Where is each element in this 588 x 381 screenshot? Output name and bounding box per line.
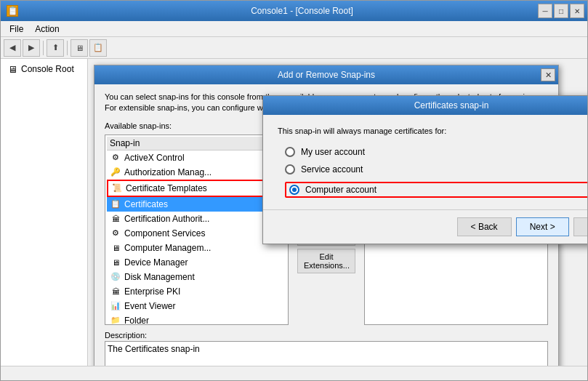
list-item[interactable]: 🖥 Device Manager	[107, 255, 286, 270]
item-label: Event Viewer	[124, 301, 175, 311]
item-label: Computer Managem...	[124, 243, 211, 253]
content-area: 🖥 Console Root Add or Remove Snap-ins ✕ …	[1, 59, 587, 366]
item-label: ActiveX Control	[124, 153, 185, 163]
computer-mgmt-icon: 🖥	[110, 242, 121, 254]
status-bar	[1, 366, 587, 380]
toolbar-separator	[43, 41, 44, 55]
radio-computer-account[interactable]: Computer account	[285, 182, 587, 198]
cert-dialog-title: Certificates snap-in	[269, 100, 587, 111]
item-label: Certification Authorit...	[124, 214, 209, 224]
main-title-bar: 📋 Console1 - [Console Root] ─ □ ✕	[1, 1, 587, 21]
radio-user-btn[interactable]	[285, 147, 295, 157]
item-label: Folder	[124, 316, 149, 325]
item-label: Device Manager	[124, 257, 188, 268]
tree-panel: 🖥 Console Root	[1, 59, 88, 366]
view-button[interactable]: 🖥	[71, 39, 88, 57]
next-button[interactable]: Next >	[516, 217, 569, 236]
tree-item-console-root[interactable]: 🖥 Console Root	[4, 62, 84, 76]
list-item[interactable]: 🏛 Enterprise PKI	[107, 284, 286, 299]
radio-computer-label: Computer account	[305, 185, 376, 195]
toolbar: ◀ ▶ ⬆ 🖥 📋	[1, 37, 587, 59]
snapins-dialog-title: Add or Remove Snap-ins	[100, 70, 552, 80]
main-window: 📋 Console1 - [Console Root] ─ □ ✕ File A…	[0, 0, 588, 381]
back-button[interactable]: ◀	[4, 39, 21, 57]
item-label: Enterprise PKI	[124, 286, 180, 297]
back-button[interactable]: < Back	[457, 217, 512, 236]
list-item[interactable]: 🔑 Authorization Manag...	[107, 165, 286, 180]
cert-icon: 📋	[110, 198, 121, 210]
available-panel: Available snap-ins: Snap-in ⚙ ActiveX Co…	[105, 121, 289, 325]
component-icon: ⚙	[110, 228, 121, 239]
tree-item-label: Console Root	[21, 64, 74, 74]
description-panel: Description: The Certificates snap-in	[105, 325, 548, 366]
list-header: Snap-in	[107, 137, 286, 151]
radio-service-label: Service account	[301, 164, 363, 175]
forward-button[interactable]: ▶	[23, 39, 40, 57]
item-label: Disk Management	[124, 272, 195, 282]
snapins-close-button[interactable]: ✕	[541, 68, 555, 81]
console-root-icon: 🖥	[7, 63, 18, 75]
list-item[interactable]: 💿 Disk Management	[107, 270, 286, 284]
item-label: Certificates	[124, 199, 168, 209]
list-item[interactable]: ⚙ ActiveX Control	[107, 151, 286, 165]
cert-dialog-body: This snap-in will always manage certific…	[263, 115, 587, 209]
description-label: Description:	[105, 331, 548, 340]
cert-dialog-titlebar: Certificates snap-in ✕	[263, 96, 587, 115]
item-label: Authorization Manag...	[124, 167, 212, 177]
cancel-button[interactable]: Cancel	[573, 217, 587, 236]
list-item[interactable]: 📊 Event Viewer	[107, 299, 286, 313]
radio-user-account[interactable]: My user account	[285, 147, 587, 157]
menu-action[interactable]: Action	[29, 23, 65, 36]
menu-file[interactable]: File	[4, 23, 29, 36]
edit-extensions-button[interactable]: Edit Extensions...	[297, 249, 355, 273]
snap-in-column-header: Snap-in	[110, 138, 140, 148]
radio-group: My user account Service account Computer…	[285, 147, 587, 198]
auth-icon: 🔑	[110, 167, 121, 178]
list-item[interactable]: 📁 Folder	[107, 313, 286, 325]
item-label: Component Services	[124, 228, 205, 238]
list-item[interactable]: ⚙ Component Services	[107, 226, 286, 241]
radio-service-btn[interactable]	[285, 164, 295, 175]
cert-dialog-footer: < Back Next > Cancel	[263, 209, 587, 244]
radio-user-label: My user account	[301, 147, 365, 157]
maximize-button[interactable]: □	[554, 4, 568, 18]
available-list[interactable]: Snap-in ⚙ ActiveX Control 🔑 Authorizatio…	[105, 135, 289, 325]
cert-templates-icon: 📜	[111, 183, 123, 194]
certificates-snapin-dialog: Certificates snap-in ✕ This snap-in will…	[262, 95, 587, 244]
device-mgr-icon: 🖥	[110, 257, 121, 268]
cert-templates-item[interactable]: 📜 Certificate Templates	[107, 180, 286, 197]
app-icon: 📋	[7, 5, 18, 17]
description-box: The Certificates snap-in	[105, 341, 548, 366]
list-item[interactable]: 🏛 Certification Authorit...	[107, 212, 286, 226]
menu-bar: File Action	[1, 21, 587, 37]
event-viewer-icon: 📊	[110, 300, 121, 312]
snapins-dialog-titlebar: Add or Remove Snap-ins ✕	[94, 65, 558, 84]
up-button[interactable]: ⬆	[47, 39, 64, 57]
disk-mgmt-icon: 💿	[110, 271, 121, 283]
certauth-icon: 🏛	[110, 213, 121, 225]
radio-service-account[interactable]: Service account	[285, 164, 587, 175]
enterprise-pki-icon: 🏛	[110, 286, 121, 297]
activex-icon: ⚙	[110, 152, 121, 164]
cert-dialog-description: This snap-in will always manage certific…	[278, 127, 587, 135]
available-label: Available snap-ins:	[105, 121, 289, 130]
main-title: Console1 - [Console Root]	[23, 6, 581, 16]
item-label: Certificate Templates	[126, 183, 207, 193]
folder-icon: 📁	[110, 315, 121, 325]
window-controls: ─ □ ✕	[538, 4, 584, 18]
toolbar-separator-2	[67, 41, 68, 55]
minimize-button[interactable]: ─	[538, 4, 552, 18]
properties-button[interactable]: 📋	[89, 39, 107, 57]
certificates-item[interactable]: 📋 Certificates	[107, 197, 286, 212]
close-button[interactable]: ✕	[570, 4, 584, 18]
description-text: The Certificates snap-in	[108, 344, 200, 354]
list-item[interactable]: 🖥 Computer Managem...	[107, 241, 286, 255]
main-panel: Add or Remove Snap-ins ✕ You can select …	[88, 59, 587, 366]
radio-computer-btn[interactable]	[289, 185, 299, 195]
